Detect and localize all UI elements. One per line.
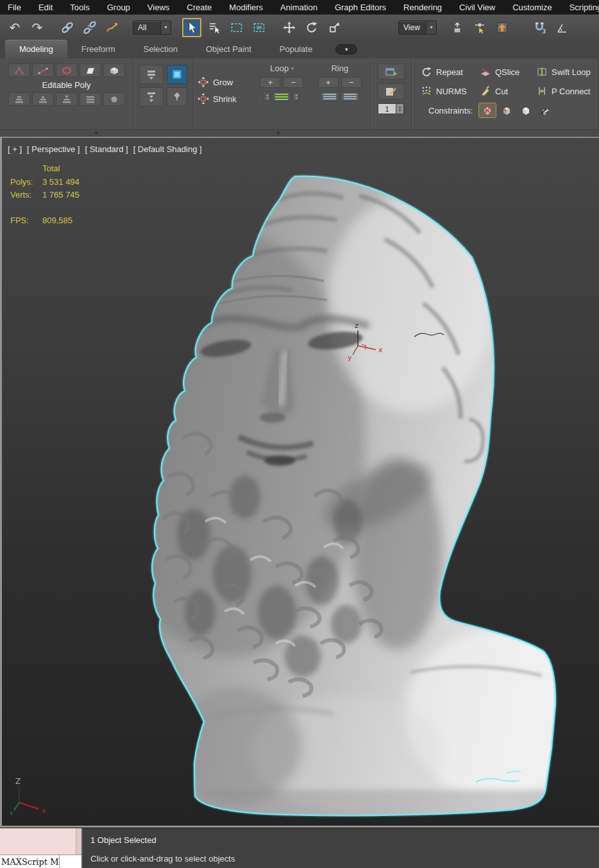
spinner-arrows[interactable]: ▲▼ bbox=[396, 103, 404, 114]
menu-animation[interactable]: Animation bbox=[280, 3, 317, 12]
tab-modeling[interactable]: Modeling bbox=[5, 40, 67, 58]
loop-shrink-button[interactable]: − bbox=[283, 77, 303, 88]
tab-populate[interactable]: Populate bbox=[266, 40, 326, 58]
editable-poly-title[interactable]: Editable Poly bbox=[4, 80, 129, 90]
menu-rendering[interactable]: Rendering bbox=[403, 3, 442, 12]
stack-tool-button-3[interactable] bbox=[56, 92, 78, 106]
iterations-spinner[interactable]: 1 ▲▼ bbox=[378, 103, 404, 114]
menu-group[interactable]: Group bbox=[107, 3, 130, 12]
cut-label: Cut bbox=[495, 87, 508, 96]
reference-coordsys-dropdown[interactable]: View▼ bbox=[398, 21, 437, 35]
menu-civil-view[interactable]: Civil View bbox=[459, 3, 495, 12]
loop-grow-button[interactable]: + bbox=[260, 77, 280, 88]
stack-tool-button-2[interactable] bbox=[32, 92, 54, 106]
polygon-mode-button[interactable] bbox=[80, 64, 101, 77]
ribbon: Editable Poly Grow Shrink bbox=[0, 58, 599, 129]
tab-freeform[interactable]: Freeform bbox=[67, 40, 130, 58]
viewport[interactable]: [ + ] [ Perspective ] [ Standard ] [ Def… bbox=[0, 137, 599, 828]
scale-icon bbox=[328, 21, 341, 34]
stack-tool-button-5[interactable] bbox=[103, 92, 125, 106]
repeat-button[interactable]: Repeat bbox=[421, 66, 480, 78]
maxscript-scrollbar[interactable] bbox=[76, 828, 81, 855]
menu-modifiers[interactable]: Modifiers bbox=[229, 3, 263, 12]
angle-snap-button[interactable] bbox=[553, 18, 572, 37]
loop-dropdown[interactable]: Loop▾ bbox=[255, 64, 308, 73]
viewport-menu-pov[interactable]: [ Perspective ] bbox=[27, 144, 80, 154]
collapse-all-button[interactable] bbox=[139, 87, 164, 106]
selection-region-dropdown[interactable] bbox=[227, 18, 246, 37]
ribbon-collapse-strip[interactable]: ▼ ▼ bbox=[0, 129, 599, 137]
stack-tool-button-4[interactable] bbox=[80, 92, 101, 106]
menu-file[interactable]: File bbox=[8, 3, 21, 12]
pivot-center-icon bbox=[451, 21, 464, 34]
collapse-arrow-icon[interactable]: ▼ bbox=[276, 130, 281, 136]
soft-selection-toggle[interactable] bbox=[167, 65, 187, 84]
loop-label: Loop bbox=[270, 64, 289, 73]
ribbon-options-button[interactable]: ▾ bbox=[335, 44, 357, 55]
unlink-selection-button[interactable] bbox=[80, 18, 99, 37]
ring-grow-button[interactable]: + bbox=[318, 77, 339, 88]
cut-icon bbox=[480, 85, 491, 97]
select-and-link-button[interactable] bbox=[58, 18, 77, 37]
element-mode-button[interactable] bbox=[103, 64, 125, 77]
ring-shrink-button[interactable]: − bbox=[341, 77, 362, 88]
keyboard-shortcut-override-button[interactable] bbox=[493, 18, 512, 37]
select-and-scale-button[interactable] bbox=[325, 18, 344, 37]
use-pivot-center-button[interactable] bbox=[448, 18, 467, 37]
menu-edit[interactable]: Edit bbox=[38, 3, 53, 12]
ring-dropdown[interactable]: Ring bbox=[314, 64, 366, 73]
select-and-manipulate-button[interactable] bbox=[470, 18, 489, 37]
qslice-button[interactable]: QSlice bbox=[480, 66, 536, 78]
named-selection-button[interactable] bbox=[378, 64, 405, 80]
viewport-canvas[interactable] bbox=[0, 137, 599, 828]
edge-mode-button[interactable] bbox=[32, 64, 54, 77]
collapse-arrow-icon[interactable]: ▼ bbox=[94, 130, 99, 136]
p-connect-button[interactable]: P Connect bbox=[536, 85, 590, 97]
ring-down-button[interactable] bbox=[341, 92, 360, 101]
redo-button[interactable]: ↷ bbox=[28, 18, 47, 37]
menu-views[interactable]: Views bbox=[148, 3, 169, 12]
viewport-menu-standard[interactable]: [ Standard ] bbox=[85, 144, 128, 154]
menu-graph-editors[interactable]: Graph Editors bbox=[335, 3, 386, 12]
edit-paint-button[interactable] bbox=[378, 83, 405, 99]
constraint-face-button[interactable] bbox=[518, 103, 534, 117]
constraint-none-button[interactable] bbox=[479, 103, 496, 117]
nurms-button[interactable]: NURMS bbox=[421, 85, 480, 97]
select-object-button[interactable] bbox=[182, 18, 201, 37]
link-icon bbox=[61, 21, 74, 34]
stack-tool-button-1[interactable] bbox=[8, 92, 30, 106]
menu-tools[interactable]: Tools bbox=[70, 3, 89, 12]
viewport-menu-general[interactable]: [ + ] bbox=[8, 144, 22, 154]
bind-to-space-warp-button[interactable] bbox=[103, 18, 122, 37]
window-crossing-toggle[interactable] bbox=[249, 18, 269, 37]
stats-verts-label: Verts: bbox=[10, 190, 31, 200]
vertex-mode-button[interactable] bbox=[8, 64, 30, 77]
tab-object-paint[interactable]: Object Paint bbox=[192, 40, 266, 58]
cut-button[interactable]: Cut bbox=[480, 85, 536, 97]
tab-selection[interactable]: Selection bbox=[130, 40, 192, 58]
collapse-stack-button[interactable] bbox=[139, 65, 164, 84]
shrink-button[interactable]: Shrink bbox=[198, 93, 250, 105]
grow-button[interactable]: Grow bbox=[198, 76, 250, 88]
selection-filter-dropdown[interactable]: All▼ bbox=[133, 21, 171, 35]
swift-loop-button[interactable]: Swift Loop bbox=[536, 66, 591, 78]
menu-create[interactable]: Create bbox=[187, 3, 212, 12]
undo-button[interactable]: ↶ bbox=[5, 18, 24, 37]
pin-stack-button[interactable] bbox=[167, 87, 187, 106]
stats-total-label: Total bbox=[42, 164, 60, 173]
border-mode-button[interactable] bbox=[56, 64, 78, 77]
menu-customize[interactable]: Customize bbox=[512, 3, 552, 12]
menu-scripting[interactable]: Scripting bbox=[569, 3, 599, 12]
select-by-name-button[interactable] bbox=[205, 18, 224, 37]
viewport-menu-shading[interactable]: [ Default Shading ] bbox=[133, 144, 202, 154]
select-and-rotate-button[interactable] bbox=[302, 18, 321, 37]
loop-spinner-right[interactable]: ▲▼ bbox=[292, 92, 300, 101]
constraint-edge-button[interactable] bbox=[498, 103, 515, 117]
constraint-normal-button[interactable] bbox=[537, 103, 553, 117]
maxscript-mini-listener[interactable]: MAXScript Mini bbox=[0, 828, 83, 868]
ring-up-button[interactable] bbox=[320, 92, 339, 101]
loop-spinner-left[interactable]: ▲▼ bbox=[264, 92, 271, 101]
select-and-move-button[interactable] bbox=[280, 18, 299, 37]
loop-mode-button[interactable] bbox=[272, 92, 291, 101]
snap-toggle-button[interactable]: 3 bbox=[530, 18, 550, 37]
